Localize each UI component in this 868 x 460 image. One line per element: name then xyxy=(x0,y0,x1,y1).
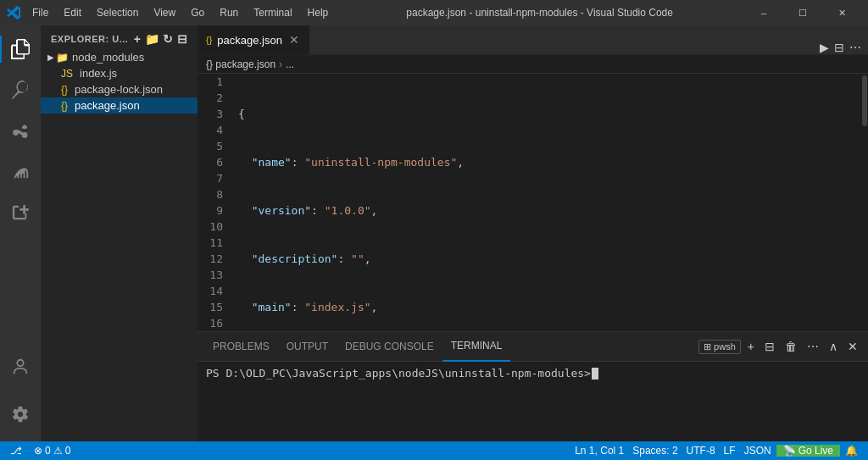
breadcrumb: {} package.json › ... xyxy=(198,55,868,74)
terminal-trash-icon[interactable]: 🗑 xyxy=(782,338,800,355)
window-controls: – ☐ ✕ xyxy=(744,0,861,25)
menu-help[interactable]: Help xyxy=(301,5,336,20)
sidebar-header-icons[interactable]: + 📁 ↻ ⊟ xyxy=(134,32,187,46)
line-numbers: 1 2 3 4 5 6 7 8 9 10 11 12 13 14 15 16 xyxy=(198,74,231,331)
menu-selection[interactable]: Selection xyxy=(90,5,145,20)
breadcrumb-file: {} package.json xyxy=(206,58,275,70)
menu-view[interactable]: View xyxy=(147,5,182,20)
breadcrumb-sep: › xyxy=(279,58,282,70)
warning-count: 0 xyxy=(65,445,71,457)
titlebar-left: File Edit Selection View Go Run Terminal… xyxy=(7,5,335,20)
split-editor-icon[interactable]: ⊟ xyxy=(834,41,844,54)
activity-bar xyxy=(0,25,41,441)
tree-item-package-json[interactable]: {} package.json xyxy=(41,97,198,114)
vscode-logo-icon xyxy=(7,6,20,19)
sidebar-title: EXPLORER: U... xyxy=(51,34,128,44)
folder-arrow-icon: ▶ xyxy=(47,53,54,62)
spaces-status[interactable]: Spaces: 2 xyxy=(629,445,681,457)
terminal-prompt-line: PS D:\OLD_PC\JavaScript_apps\nodeJS\unin… xyxy=(206,367,860,380)
errors-status[interactable]: ⊗ 0 ⚠ 0 xyxy=(31,445,74,457)
extensions-activity-icon[interactable] xyxy=(0,191,41,232)
window-title: package.json - uninstall-npm-modules - V… xyxy=(335,7,744,19)
code-line-1: { xyxy=(238,106,868,122)
code-editor[interactable]: 1 2 3 4 5 6 7 8 9 10 11 12 13 14 15 16 xyxy=(198,74,868,331)
search-activity-icon[interactable] xyxy=(0,69,41,110)
terminal-expand-icon[interactable]: ∧ xyxy=(826,338,841,355)
menu-terminal[interactable]: Terminal xyxy=(247,5,298,20)
collapse-icon[interactable]: ⊟ xyxy=(177,32,188,46)
eol-status[interactable]: LF xyxy=(721,445,739,457)
minimize-button[interactable]: – xyxy=(744,0,783,25)
warning-icon: ⚠ xyxy=(53,445,63,457)
code-line-5: "main": "index.js", xyxy=(238,299,868,315)
notifications-icon[interactable]: 🔔 xyxy=(842,445,861,457)
terminal-panel: PROBLEMS OUTPUT DEBUG CONSOLE TERMINAL ⊞… xyxy=(198,331,868,441)
maximize-button[interactable]: ☐ xyxy=(783,0,822,25)
debug-console-tab[interactable]: DEBUG CONSOLE xyxy=(337,332,442,362)
terminal-split-icon[interactable]: ⊟ xyxy=(761,338,778,355)
explorer-activity-icon[interactable] xyxy=(0,29,41,69)
js-file-icon: JS xyxy=(61,68,73,80)
run-debug-activity-icon[interactable] xyxy=(0,151,41,191)
more-actions-icon[interactable]: ⋯ xyxy=(849,41,861,54)
settings-activity-icon[interactable] xyxy=(0,394,41,435)
terminal-prompt-text: PS D:\OLD_PC\JavaScript_apps\nodeJS\unin… xyxy=(206,367,591,380)
status-bar-left: ⎇ ⊗ 0 ⚠ 0 xyxy=(7,445,74,457)
tree-item-package-lock-json[interactable]: {} package-lock.json xyxy=(41,81,198,97)
menu-run[interactable]: Run xyxy=(213,5,245,20)
tab-file-icon: {} xyxy=(206,35,212,45)
terminal-close-icon[interactable]: ✕ xyxy=(844,338,861,355)
output-tab[interactable]: OUTPUT xyxy=(278,332,337,362)
antenna-icon: 📡 xyxy=(783,445,796,457)
code-content[interactable]: { "name": "uninstall-npm-modules", "vers… xyxy=(231,74,868,331)
menu-edit[interactable]: Edit xyxy=(57,5,88,20)
tab-close-button[interactable]: ✕ xyxy=(287,33,301,47)
json-file-icon-active: {} xyxy=(61,100,68,112)
terminal-add-icon[interactable]: + xyxy=(744,338,758,355)
sidebar: EXPLORER: U... + 📁 ↻ ⊟ ▶ 📁 node_modules … xyxy=(41,25,198,441)
language-status[interactable]: JSON xyxy=(741,445,775,457)
status-bar-right: Ln 1, Col 1 Spaces: 2 UTF-8 LF JSON 📡 Go… xyxy=(571,445,861,457)
editor-area: {} package.json ✕ ▶ ⊟ ⋯ {} package.json … xyxy=(198,25,868,441)
sidebar-header: EXPLORER: U... + 📁 ↻ ⊟ xyxy=(41,25,198,49)
terminal-more-icon[interactable]: ⋯ xyxy=(804,338,822,355)
status-bar: ⎇ ⊗ 0 ⚠ 0 Ln 1, Col 1 Spaces: 2 UTF-8 LF… xyxy=(0,441,868,460)
menu-file[interactable]: File xyxy=(25,5,55,20)
tab-label: package.json xyxy=(217,34,282,47)
terminal-cursor xyxy=(592,368,598,380)
tab-package-json[interactable]: {} package.json ✕ xyxy=(198,25,309,54)
error-count: 0 xyxy=(45,445,51,457)
titlebar-menu[interactable]: File Edit Selection View Go Run Terminal… xyxy=(25,5,335,20)
source-control-activity-icon[interactable] xyxy=(0,110,41,151)
line-col-status[interactable]: Ln 1, Col 1 xyxy=(571,445,627,457)
code-line-2: "name": "uninstall-npm-modules", xyxy=(238,154,868,170)
remote-icon: ⎇ xyxy=(10,445,22,457)
problems-tab[interactable]: PROBLEMS xyxy=(204,332,278,362)
terminal-tab[interactable]: TERMINAL xyxy=(442,332,511,362)
terminal-content[interactable]: PS D:\OLD_PC\JavaScript_apps\nodeJS\unin… xyxy=(198,362,868,441)
terminal-tabs: PROBLEMS OUTPUT DEBUG CONSOLE TERMINAL ⊞… xyxy=(198,332,868,362)
folder-icon: 📁 xyxy=(56,52,69,64)
tab-bar: {} package.json ✕ ▶ ⊟ ⋯ xyxy=(198,25,868,55)
breadcrumb-path: ... xyxy=(286,58,294,70)
main-container: EXPLORER: U... + 📁 ↻ ⊟ ▶ 📁 node_modules … xyxy=(0,25,868,441)
code-line-3: "version": "1.0.0", xyxy=(238,202,868,219)
menu-go[interactable]: Go xyxy=(184,5,211,20)
json-file-icon: {} xyxy=(61,84,68,96)
refresh-icon[interactable]: ↻ xyxy=(163,32,174,46)
run-icon[interactable]: ▶ xyxy=(820,41,829,54)
tree-item-node-modules[interactable]: ▶ 📁 node_modules xyxy=(41,49,198,65)
encoding-status[interactable]: UTF-8 xyxy=(683,445,719,457)
account-activity-icon[interactable] xyxy=(0,346,41,387)
close-button[interactable]: ✕ xyxy=(822,0,861,25)
titlebar: File Edit Selection View Go Run Terminal… xyxy=(0,0,868,25)
remote-icon-status[interactable]: ⎇ xyxy=(7,445,25,457)
new-folder-icon[interactable]: 📁 xyxy=(145,32,160,46)
terminal-controls: ⊞ pwsh + ⊟ 🗑 ⋯ ∧ ✕ xyxy=(698,338,861,355)
explorer-tree: ▶ 📁 node_modules JS index.js {} package-… xyxy=(41,49,198,441)
new-file-icon[interactable]: + xyxy=(134,32,142,46)
golive-status[interactable]: 📡 Go Live xyxy=(776,445,840,457)
tree-item-index-js[interactable]: JS index.js xyxy=(41,65,198,81)
code-line-4: "description": "", xyxy=(238,251,868,267)
scrollbar[interactable] xyxy=(861,74,868,331)
